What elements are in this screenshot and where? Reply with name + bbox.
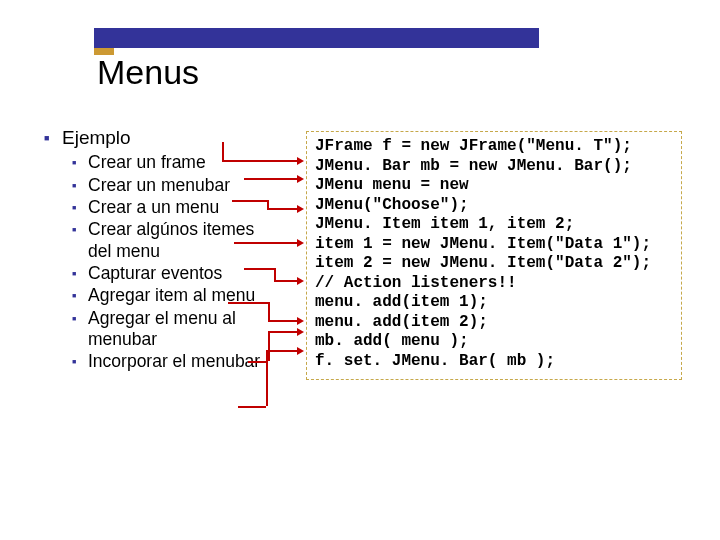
- step-label: Crear un frame: [88, 152, 282, 173]
- step-label: Crear a un menu: [88, 197, 282, 218]
- list-item: ■ Crear un frame: [72, 152, 282, 173]
- code-line: item 2 = new JMenu. Item("Data 2");: [315, 254, 675, 274]
- code-line: menu. add(item 1);: [315, 293, 675, 313]
- list-item: ■ Capturar eventos: [72, 263, 282, 284]
- bullet-icon: ■: [72, 263, 88, 279]
- step-label: Crear algúnos itemes del menu: [88, 219, 282, 262]
- slide: Menus ■ Ejemplo ■ Crear un frame ■ Crear…: [0, 0, 720, 540]
- code-line: JMenu("Choose");: [315, 196, 675, 216]
- bullet-icon: ■: [72, 175, 88, 191]
- step-label: Agregar item al menu: [88, 285, 282, 306]
- code-line: JFrame f = new JFrame("Menu. T");: [315, 137, 675, 157]
- slide-title: Menus: [97, 53, 199, 92]
- code-line: JMenu. Bar mb = new JMenu. Bar();: [315, 157, 675, 177]
- list-item: ■ Ejemplo: [44, 126, 282, 149]
- list-item: ■ Crear algúnos itemes del menu: [72, 219, 282, 262]
- bullet-icon: ■: [72, 152, 88, 168]
- code-line: item 1 = new JMenu. Item("Data 1");: [315, 235, 675, 255]
- code-line: // Action listeners!!: [315, 274, 675, 294]
- title-bar-decoration: [94, 28, 539, 48]
- bullet-icon: ■: [72, 285, 88, 301]
- list-item: ■ Incorporar el menubar: [72, 351, 282, 372]
- bullet-icon: ■: [44, 126, 62, 144]
- code-line: JMenu. Item item 1, item 2;: [315, 215, 675, 235]
- list-item: ■ Agregar item al menu: [72, 285, 282, 306]
- bullet-icon: ■: [72, 219, 88, 235]
- steps-column: ■ Ejemplo ■ Crear un frame ■ Crear un me…: [44, 126, 282, 374]
- list-item: ■ Crear un menubar: [72, 175, 282, 196]
- list-item: ■ Crear a un menu: [72, 197, 282, 218]
- code-line: menu. add(item 2);: [315, 313, 675, 333]
- step-label: Incorporar el menubar: [88, 351, 282, 372]
- code-line: f. set. JMenu. Bar( mb );: [315, 352, 675, 372]
- list-item: ■ Agregar el menu al menubar: [72, 308, 282, 351]
- ejemplo-label: Ejemplo: [62, 126, 131, 149]
- code-box: JFrame f = new JFrame("Menu. T"); JMenu.…: [306, 131, 682, 380]
- code-line: mb. add( menu );: [315, 332, 675, 352]
- step-label: Agregar el menu al menubar: [88, 308, 282, 351]
- step-label: Capturar eventos: [88, 263, 282, 284]
- bullet-icon: ■: [72, 351, 88, 367]
- bullet-icon: ■: [72, 308, 88, 324]
- step-label: Crear un menubar: [88, 175, 282, 196]
- bullet-icon: ■: [72, 197, 88, 213]
- sub-list: ■ Crear un frame ■ Crear un menubar ■ Cr…: [44, 152, 282, 372]
- code-line: JMenu menu = new: [315, 176, 675, 196]
